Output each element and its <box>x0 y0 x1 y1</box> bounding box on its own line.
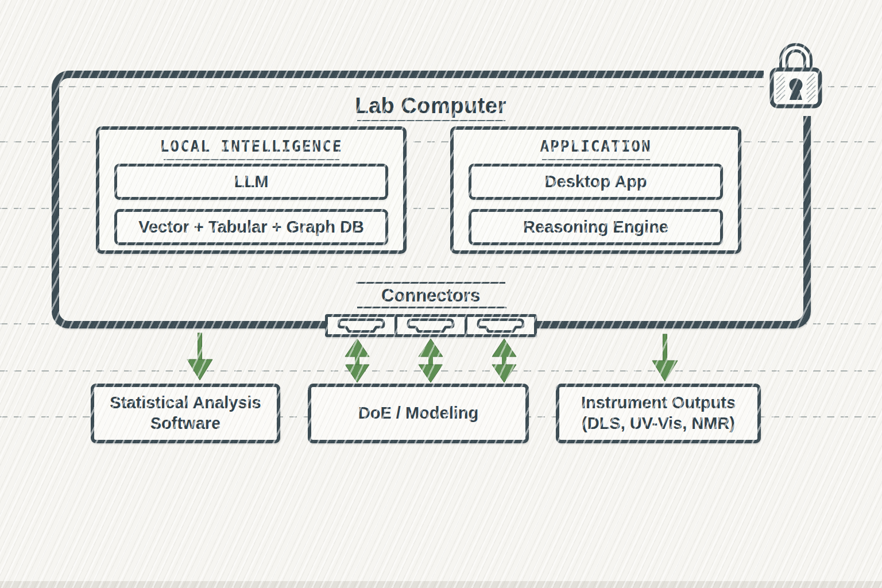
ext-box-label-line: (DLS, UV-Vis, NMR) <box>582 413 735 434</box>
reasoning-engine-box: Reasoning Engine <box>469 209 723 245</box>
statistical-analysis-software-box: Statistical Analysis Software <box>91 384 280 443</box>
connector-port <box>394 317 464 334</box>
ext-box-label-line: Statistical Analysis <box>110 393 261 413</box>
connectors-label: Connectors <box>345 285 517 306</box>
ext-box-label-line: DoE / Modeling <box>358 403 478 424</box>
hdmi-port-icon <box>476 318 525 333</box>
local-intelligence-heading: LOCAL INTELLIGENCE <box>99 138 403 155</box>
heading-underline <box>164 159 339 160</box>
hdmi-port-icon <box>336 318 386 333</box>
llm-box: LLM <box>114 164 388 200</box>
heading-underline <box>542 159 650 160</box>
up-down-arrow-icon <box>489 338 519 384</box>
connectors-rule-bottom <box>357 307 506 308</box>
diagram-canvas: Lab Computer LOCAL INTELLIGENCE LLM Vect… <box>0 0 882 588</box>
down-arrow-icon <box>651 333 679 382</box>
ext-box-label-line: Instrument Outputs <box>581 393 736 413</box>
connectors-rule-top <box>356 282 505 284</box>
title-underline <box>357 120 505 121</box>
doe-modeling-box: DoE / Modeling <box>308 384 529 443</box>
instrument-outputs-box: Instrument Outputs (DLS, UV-Vis, NMR) <box>556 384 761 443</box>
connector-port <box>328 317 394 334</box>
padlock-icon <box>767 37 825 113</box>
application-heading: APPLICATION <box>454 138 738 155</box>
bottom-band <box>0 581 882 588</box>
lab-computer-title: Lab Computer <box>258 94 603 118</box>
connector-port-strip <box>325 314 537 337</box>
hdmi-port-icon <box>406 318 455 333</box>
down-arrow-icon <box>186 332 214 381</box>
desktop-app-box: Desktop App <box>469 164 723 200</box>
up-down-arrow-icon <box>416 338 446 384</box>
application-section: APPLICATION Desktop App Reasoning Engine <box>450 126 741 254</box>
ext-box-label-line: Software <box>150 413 220 434</box>
local-intelligence-section: LOCAL INTELLIGENCE LLM Vector + Tabular … <box>96 126 407 254</box>
up-down-arrow-icon <box>342 338 372 384</box>
vector-tabular-graph-db-box: Vector + Tabular + Graph DB <box>114 209 388 245</box>
connector-port <box>465 317 534 334</box>
